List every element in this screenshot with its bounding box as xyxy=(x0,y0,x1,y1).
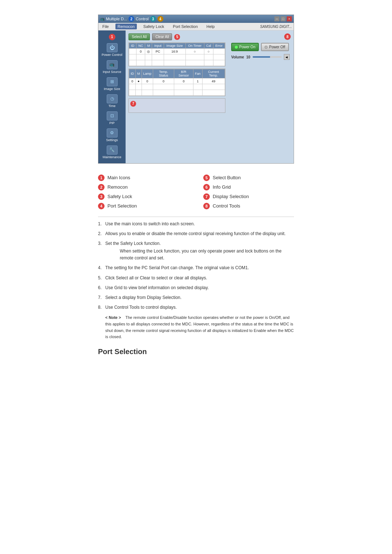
sidebar-item-power-control[interactable]: ⏻ Power Control xyxy=(98,42,126,58)
label-item-3: 3 Safety Lock xyxy=(98,193,189,200)
note-text-1: Use the main icons to switch into each s… xyxy=(105,221,195,226)
sidebar-input-label: Input Source xyxy=(103,70,121,74)
cell xyxy=(136,84,142,90)
label-control-tools: Control Tools xyxy=(213,203,240,209)
menu-bar: File Remocon Safety Lock Port Selection … xyxy=(98,23,294,30)
title-text: Multiple D... xyxy=(106,17,127,21)
select-all-button[interactable]: Select All xyxy=(128,33,150,40)
sidebar-maintenance-label: Maintenance xyxy=(103,155,122,159)
table-row: 0 ◎ PC 16:9 ○ ○ xyxy=(129,49,225,54)
cell xyxy=(145,54,152,60)
note-number-8: 8. xyxy=(98,304,102,311)
info-grid-top[interactable]: ID NC M Input Image Size On Timer Cal Er… xyxy=(128,42,225,66)
cell xyxy=(152,60,164,66)
label-item-1: 1 Main Icons xyxy=(98,175,189,181)
sidebar-image-label: Image Size xyxy=(104,87,120,91)
cell xyxy=(153,84,174,90)
volume-row: Volume 10 ◄ xyxy=(231,54,291,60)
right-control-panel: 8 Power On Power Off Volume 10 ◄ xyxy=(228,30,294,163)
power-off-label: Power Off xyxy=(269,45,285,49)
col-header-input: Input xyxy=(152,43,164,49)
sidebar-item-maintenance[interactable]: 🔧 Maintenance xyxy=(98,144,126,160)
cell xyxy=(136,90,142,96)
settings-icon: ⚙ xyxy=(107,128,118,138)
note-text-5: Click Select all or Clear to select or c… xyxy=(105,275,207,280)
menu-remocon[interactable]: Remocon xyxy=(115,24,137,29)
notes-section: 1. Use the main icons to switch into eac… xyxy=(98,221,294,340)
menu-file[interactable]: File xyxy=(100,24,111,29)
sidebar-time-label: Time xyxy=(109,104,116,108)
cell xyxy=(129,90,136,96)
cell xyxy=(129,54,136,60)
sidebar-item-input-source[interactable]: 📺 Input Source xyxy=(98,59,126,75)
minimize-button[interactable]: ─ xyxy=(274,16,279,21)
power-off-button[interactable]: Power Off xyxy=(261,43,289,51)
sidebar-badge-1: 1 xyxy=(109,33,115,40)
title-bar: 📺 Multiple D... 2 Control 3 4 ─ □ × xyxy=(98,15,294,23)
cell: ○ xyxy=(185,49,204,54)
label-info-grid: Info Grid xyxy=(213,184,231,190)
sidebar-item-image-size[interactable]: ⊞ Image Size xyxy=(98,76,126,92)
port-selection-heading: Port Selection xyxy=(98,348,294,356)
menu-port-selection[interactable]: Port Selection xyxy=(171,24,200,29)
cell xyxy=(204,60,213,66)
power-off-indicator xyxy=(265,46,268,49)
label-item-5: 5 Select Button xyxy=(203,175,294,181)
col-header-ontimer: On Timer xyxy=(185,43,204,49)
note-text-4: The setting for the PC Serial Port can c… xyxy=(105,265,249,270)
sidebar: 1 ⏻ Power Control 📺 Input Source ⊞ Image… xyxy=(98,30,126,163)
cell: 0 xyxy=(129,78,136,84)
display-selection-area[interactable]: 7 xyxy=(128,98,225,113)
volume-slider[interactable] xyxy=(253,56,282,58)
brand-text: SAMSUNG DIGIT... xyxy=(260,25,292,29)
cell xyxy=(174,84,193,90)
clear-all-button[interactable]: Clear All xyxy=(152,33,172,40)
cell: 0 xyxy=(153,78,174,84)
sidebar-item-pip[interactable]: ⊡ PIP xyxy=(98,110,126,126)
section-divider xyxy=(98,217,294,217)
cell xyxy=(129,84,136,90)
table-row: 0 ● 0 0 0 1 49 xyxy=(129,78,225,84)
note-text-8: Use Control Tools to control displays. xyxy=(105,305,177,310)
note-text-3: Set the Safety Lock function. xyxy=(105,241,161,246)
title-controls[interactable]: ─ □ × xyxy=(274,16,292,21)
note-2: 2. Allows you to enable or disable the r… xyxy=(98,230,294,237)
note-box-text: The remote control Enable/Disable functi… xyxy=(105,315,294,339)
close-button[interactable]: × xyxy=(287,16,292,21)
note-text-6: Use Grid to view brief information on se… xyxy=(105,285,209,290)
menu-help[interactable]: Help xyxy=(204,24,217,29)
grid-table-top: ID NC M Input Image Size On Timer Cal Er… xyxy=(129,43,225,66)
cell xyxy=(193,84,202,90)
cell xyxy=(142,90,153,96)
info-grid-bottom[interactable]: ID M Lamp Temp. Status B/R Sensor Fan Cu… xyxy=(128,69,225,96)
label-badge-7: 7 xyxy=(203,193,210,200)
note-3-extra: When setting the Lock function, you can … xyxy=(98,248,294,262)
menu-safety-lock[interactable]: Safety Lock xyxy=(141,24,166,29)
content-area: Select All Clear All 5 ID NC M Input Ima… xyxy=(126,30,228,163)
badge-8: 8 xyxy=(284,33,291,40)
sidebar-item-settings[interactable]: ⚙ Settings xyxy=(98,127,126,143)
power-control-icon: ⏻ xyxy=(107,43,118,52)
pip-icon: ⊡ xyxy=(107,111,118,120)
power-on-indicator xyxy=(235,46,238,49)
cell: ○ xyxy=(204,49,213,54)
labels-col-1: 1 Main Icons 2 Remocon 3 Safety Lock 4 P… xyxy=(98,175,189,209)
sidebar-item-time[interactable]: ◷ Time xyxy=(98,93,126,109)
cell: ◎ xyxy=(145,49,152,54)
col-header-m2: M xyxy=(136,69,142,78)
col-header-m: M xyxy=(145,43,152,49)
cell xyxy=(202,90,225,96)
cell: 49 xyxy=(202,78,225,84)
label-item-4: 4 Port Selection xyxy=(98,203,189,209)
cell xyxy=(185,54,204,60)
cell xyxy=(174,90,193,96)
power-on-button[interactable]: Power On xyxy=(231,43,259,51)
time-icon: ◷ xyxy=(107,94,118,103)
volume-down-button[interactable]: ◄ xyxy=(284,54,290,60)
maximize-button[interactable]: □ xyxy=(281,16,286,21)
cell: 16:9 xyxy=(164,49,185,54)
note-number-5: 5. xyxy=(98,275,102,282)
col-header-id2: ID xyxy=(129,69,136,78)
col-header-cal: Cal xyxy=(204,43,213,49)
label-item-7: 7 Display Selection xyxy=(203,193,294,200)
